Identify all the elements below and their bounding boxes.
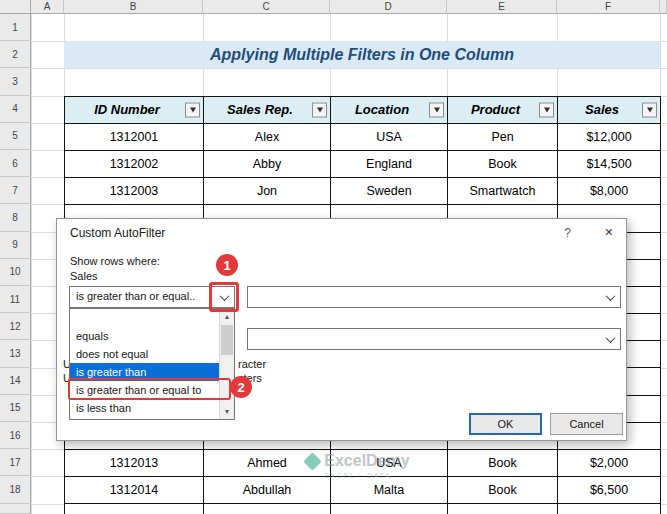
row-header-16[interactable]: 16	[0, 422, 31, 449]
header-cell[interactable]: ID Number	[65, 97, 204, 124]
field-label: Sales	[70, 270, 98, 282]
cell[interactable]: $6,500	[558, 477, 661, 504]
cell[interactable]: $14,500	[558, 151, 661, 178]
row-header-11[interactable]: 11	[0, 286, 31, 313]
column-header-D[interactable]: D	[330, 0, 447, 14]
list-item-is-less-than[interactable]: is less than	[70, 399, 219, 417]
header-cell[interactable]: Product	[448, 97, 558, 124]
cell[interactable]: $12,000	[558, 124, 661, 151]
cell[interactable]: Malta	[331, 477, 448, 504]
cell-value: Abby	[253, 157, 282, 171]
filter-button[interactable]	[429, 102, 444, 117]
column-header-E[interactable]: E	[447, 0, 557, 14]
scroll-down-icon[interactable]: ▼	[220, 404, 234, 419]
chevron-down-icon[interactable]	[601, 329, 620, 349]
filter-chevron-icon	[647, 107, 653, 112]
filter-button[interactable]	[312, 102, 327, 117]
row-header-12[interactable]: 12	[0, 313, 31, 340]
cell[interactable]: Book	[448, 151, 558, 178]
cell[interactable]: 1312001	[65, 124, 204, 151]
operator-combo-value: is greater than or equal..	[76, 290, 195, 302]
cell[interactable]: $2,000	[558, 450, 661, 477]
row-header-2[interactable]: 2	[0, 41, 31, 68]
cell[interactable]: Book	[448, 450, 558, 477]
table-row	[65, 504, 661, 514]
cell[interactable]	[558, 504, 661, 514]
row-header-17[interactable]: 17	[0, 449, 31, 476]
row-header-8[interactable]: 8	[0, 204, 31, 231]
row-header-3[interactable]: 3	[0, 68, 31, 95]
row-header-13[interactable]: 13	[0, 340, 31, 367]
cell[interactable]: Jon	[204, 178, 331, 205]
filter-button[interactable]	[642, 102, 657, 117]
scrollbar-thumb[interactable]	[221, 325, 233, 355]
header-cell[interactable]: Sales	[558, 97, 661, 124]
value-combo-1[interactable]	[247, 286, 621, 308]
cell[interactable]: Sweden	[331, 178, 448, 205]
row-header-15[interactable]: 15	[0, 395, 31, 422]
filter-button[interactable]	[539, 102, 554, 117]
cell[interactable]: 1312013	[65, 450, 204, 477]
column-header-C[interactable]: C	[203, 0, 330, 14]
cell[interactable]: Smartwatch	[448, 178, 558, 205]
cell-value: $2,000	[590, 456, 628, 470]
row-header-18[interactable]: 18	[0, 476, 31, 503]
cell[interactable]	[331, 504, 448, 514]
header-cell[interactable]: Location	[331, 97, 448, 124]
value-combo-2[interactable]	[247, 328, 621, 350]
cell[interactable]	[204, 504, 331, 514]
row-header-14[interactable]: 14	[0, 368, 31, 395]
table-row: 1312001AlexUSAPen$12,000	[65, 124, 661, 151]
header-cell[interactable]: Sales Rep.	[204, 97, 331, 124]
column-header-F[interactable]: F	[557, 0, 660, 14]
cell[interactable]	[448, 504, 558, 514]
close-button[interactable]: ×	[605, 224, 613, 240]
chevron-down-icon[interactable]	[601, 287, 620, 307]
row-header-partial[interactable]	[0, 504, 31, 514]
cell[interactable]	[65, 504, 204, 514]
row-header-4[interactable]: 4	[0, 96, 31, 123]
row-header-5[interactable]: 5	[0, 123, 31, 150]
header-label: ID Number	[94, 102, 160, 117]
list-item-does-not-equal[interactable]: does not equal	[70, 345, 219, 363]
cell[interactable]: USA	[331, 450, 448, 477]
filter-chevron-icon	[190, 107, 196, 112]
row-header-6[interactable]: 6	[0, 150, 31, 177]
cell[interactable]: Abby	[204, 151, 331, 178]
cell[interactable]: Abdullah	[204, 477, 331, 504]
gridline	[31, 68, 667, 69]
filter-button[interactable]	[185, 102, 200, 117]
ok-button[interactable]: OK	[469, 413, 542, 435]
row-header-1[interactable]: 1	[0, 14, 31, 41]
cell[interactable]: 1312003	[65, 178, 204, 205]
list-item-blank[interactable]	[70, 309, 219, 327]
select-all-corner[interactable]	[0, 0, 31, 14]
column-header-B[interactable]: B	[64, 0, 203, 14]
annotation-step-2: 2	[230, 376, 252, 398]
cell[interactable]: Book	[448, 477, 558, 504]
cell[interactable]: 1312014	[65, 477, 204, 504]
cell[interactable]: USA	[331, 124, 448, 151]
row-header-10[interactable]: 10	[0, 259, 31, 286]
column-header-partial[interactable]	[660, 0, 667, 14]
show-rows-label: Show rows where:	[70, 255, 160, 267]
worksheet-title[interactable]: Applying Multiple Filters in One Column	[64, 41, 660, 68]
row-header-9[interactable]: 9	[0, 232, 31, 259]
cell-value: Jon	[257, 184, 277, 198]
cell[interactable]: Pen	[448, 124, 558, 151]
cancel-button[interactable]: Cancel	[550, 413, 623, 435]
cell-value: 1312013	[110, 456, 159, 470]
list-item-equals[interactable]: equals	[70, 327, 219, 345]
cell[interactable]: Ahmed	[204, 450, 331, 477]
column-header-A[interactable]: A	[31, 0, 64, 14]
cell[interactable]: 1312002	[65, 151, 204, 178]
cell[interactable]: England	[331, 151, 448, 178]
cell[interactable]: Alex	[204, 124, 331, 151]
table-row: 1312002AbbyEnglandBook$14,500	[65, 151, 661, 178]
help-button[interactable]: ?	[564, 226, 571, 240]
cell[interactable]: $8,000	[558, 178, 661, 205]
scrollbar[interactable]: ▲ ▼	[219, 309, 234, 419]
table-row: 1312013AhmedUSABook$2,000	[65, 450, 661, 477]
row-header-7[interactable]: 7	[0, 177, 31, 204]
gridline	[31, 14, 32, 514]
